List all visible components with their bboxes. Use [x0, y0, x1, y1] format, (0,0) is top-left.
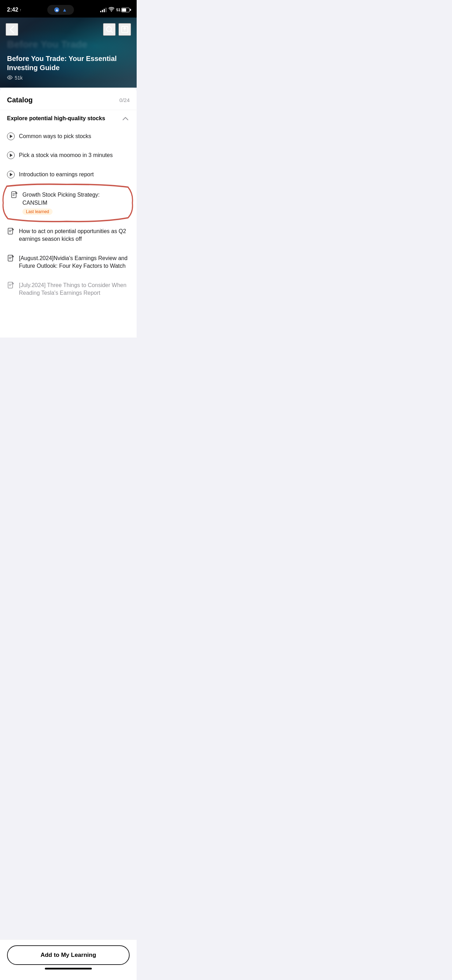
- navigation-arrow-icon: ▲: [62, 7, 67, 13]
- catalog-count: 0/24: [119, 97, 130, 103]
- wifi-icon: [108, 7, 114, 13]
- svg-rect-8: [8, 282, 13, 288]
- lesson-text: Common ways to pick stocks: [19, 132, 130, 140]
- lesson-text: [July.2024] Three Things to Consider Whe…: [19, 282, 130, 297]
- status-bar: 2:42 ↑ ▲ 51: [0, 0, 137, 18]
- status-bar-right: 51: [100, 7, 130, 13]
- hero-background-text: Before You Trade: [7, 38, 130, 51]
- lesson-title: [July.2024] Three Things to Consider Whe…: [19, 282, 126, 296]
- back-button[interactable]: [6, 23, 18, 36]
- lesson-text: Pick a stock via moomoo in 3 minutes: [19, 151, 130, 159]
- chevron-up-icon[interactable]: [121, 114, 130, 123]
- lesson-item[interactable]: [August.2024]Nvidia's Earnings Review an…: [0, 249, 137, 276]
- lesson-title: Common ways to pick stocks: [19, 133, 91, 139]
- hero-title: Before You Trade: Your Essential Investi…: [7, 54, 130, 72]
- lesson-text: Introduction to earnings report: [19, 171, 130, 178]
- svg-marker-0: [56, 9, 58, 11]
- status-time: 2:42: [7, 7, 18, 13]
- play-icon: [7, 171, 15, 178]
- hero-section: Before You Trade Before You Trade: [0, 18, 137, 88]
- catalog-header: Catalog 0/24: [0, 88, 137, 110]
- svg-point-4: [9, 77, 11, 78]
- dynamic-island-app-icon: [54, 7, 59, 12]
- section-header[interactable]: Explore potential high-quality stocks: [0, 110, 137, 127]
- location-arrow-icon: ↑: [20, 8, 21, 12]
- lesson-item[interactable]: Pick a stock via moomoo in 3 minutes: [0, 146, 137, 165]
- highlighted-lesson-content: Growth Stock Picking Strategy: CANSLIM L…: [11, 191, 126, 215]
- section-title: Explore potential high-quality stocks: [7, 115, 121, 122]
- lesson-title: Introduction to earnings report: [19, 172, 94, 177]
- svg-line-2: [111, 31, 113, 33]
- lesson-text: [August.2024]Nvidia's Earnings Review an…: [19, 255, 130, 270]
- svg-rect-5: [11, 192, 16, 198]
- highlighted-lesson-item[interactable]: Growth Stock Picking Strategy: CANSLIM L…: [5, 186, 132, 220]
- last-learned-badge: Last learned: [22, 208, 53, 215]
- views-count: 51k: [15, 75, 23, 81]
- play-icon: [7, 132, 15, 140]
- share-button[interactable]: [118, 23, 131, 36]
- hero-nav-right: [103, 23, 131, 36]
- status-bar-left: 2:42 ↑: [7, 7, 21, 13]
- main-content: Catalog 0/24 Explore potential high-qual…: [0, 88, 137, 337]
- lesson-item[interactable]: Introduction to earnings report: [0, 165, 137, 184]
- dynamic-island: ▲: [47, 5, 74, 15]
- lesson-item[interactable]: [July.2024] Three Things to Consider Whe…: [0, 276, 137, 303]
- hero-views: 51k: [7, 75, 130, 81]
- play-icon: [7, 151, 15, 159]
- document-icon: [7, 255, 15, 262]
- highlighted-lesson-text: Growth Stock Picking Strategy: CANSLIM L…: [22, 191, 126, 215]
- lesson-item[interactable]: How to act on potential opportunities as…: [0, 222, 137, 249]
- svg-rect-7: [8, 255, 13, 261]
- lesson-text: How to act on potential opportunities as…: [19, 228, 130, 243]
- document-icon: [7, 228, 15, 235]
- lesson-item[interactable]: Common ways to pick stocks: [0, 127, 137, 146]
- svg-rect-6: [8, 228, 13, 234]
- document-icon: [7, 282, 15, 290]
- search-button[interactable]: [103, 23, 116, 36]
- eye-icon: [7, 75, 13, 81]
- highlighted-lesson-title: Growth Stock Picking Strategy: CANSLIM: [22, 192, 100, 205]
- catalog-title: Catalog: [7, 96, 33, 104]
- lesson-title: [August.2024]Nvidia's Earnings Review an…: [19, 255, 127, 269]
- hero-navigation: [6, 23, 131, 36]
- document-icon: [11, 191, 18, 199]
- lesson-title: How to act on potential opportunities as…: [19, 228, 126, 242]
- signal-icon: [100, 8, 107, 12]
- lesson-title: Pick a stock via moomoo in 3 minutes: [19, 152, 113, 158]
- battery-icon: 51: [116, 8, 130, 12]
